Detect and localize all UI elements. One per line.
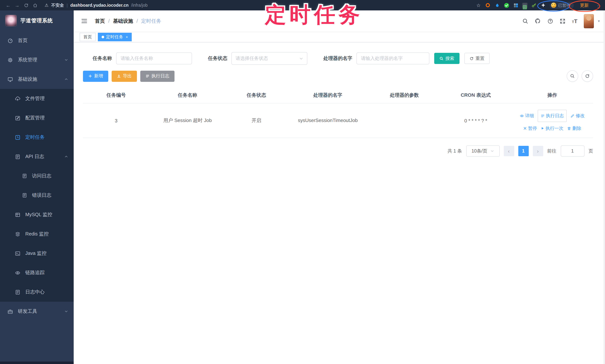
cell-handler-name: sysUserSessionTimeoutJob bbox=[287, 103, 369, 138]
extension-grid-icon[interactable] bbox=[513, 2, 519, 8]
handler-name-label: 处理器的名字 bbox=[323, 55, 352, 62]
job-status-select[interactable]: 请选择任务状态 bbox=[231, 52, 307, 65]
sidebar-item-file-manage[interactable]: 文件管理 bbox=[0, 89, 74, 108]
extension-key-icon[interactable] bbox=[531, 2, 537, 8]
search-button[interactable]: 搜索 bbox=[434, 53, 460, 64]
action-detail[interactable]: 详细 bbox=[520, 113, 534, 119]
prev-page-button[interactable]: ‹ bbox=[504, 146, 514, 156]
close-icon[interactable]: × bbox=[126, 35, 128, 39]
sidebar-item-dev-tools[interactable]: 研发工具 bbox=[0, 302, 74, 321]
sidebar-item-api-log[interactable]: API 日志 bbox=[0, 147, 74, 166]
action-exec-log[interactable]: 执行日志 bbox=[538, 110, 567, 122]
breadcrumb-separator: / bbox=[108, 18, 110, 24]
breadcrumb-separator: / bbox=[137, 18, 138, 24]
timer-icon bbox=[15, 134, 20, 140]
browser-menu-icon[interactable]: ⋮ bbox=[595, 2, 601, 8]
chevron-down-icon bbox=[64, 58, 68, 62]
sidebar-item-error-log[interactable]: 错误日志 bbox=[0, 186, 74, 205]
sidebar-item-tracing[interactable]: 链路追踪 bbox=[0, 263, 74, 282]
action-pause[interactable]: 暂停 bbox=[523, 125, 537, 131]
browser-update-button[interactable]: 更新 bbox=[577, 2, 592, 9]
search-icon[interactable] bbox=[523, 18, 528, 24]
github-icon[interactable] bbox=[535, 18, 541, 24]
extension-on-badge-icon[interactable]: on bbox=[522, 2, 528, 8]
breadcrumb-current: 定时任务 bbox=[141, 18, 161, 24]
refresh-button[interactable] bbox=[581, 70, 593, 82]
cloud-upload-icon bbox=[15, 96, 20, 101]
page-size-select[interactable]: 10条/页 bbox=[466, 145, 500, 156]
scrollbar[interactable] bbox=[604, 10, 605, 364]
next-page-button[interactable]: › bbox=[533, 146, 543, 156]
browser-forward-icon[interactable]: → bbox=[13, 2, 22, 8]
browser-home-icon[interactable] bbox=[30, 3, 39, 8]
cell-handler-param bbox=[368, 103, 440, 138]
extension-paused-pill[interactable]: 已暂停 bbox=[550, 2, 574, 9]
add-button[interactable]: 新增 bbox=[83, 70, 108, 82]
extension-blue-drop-icon[interactable] bbox=[494, 2, 500, 8]
pagination: 共 1 条 10条/页 ‹ 1 › 前往 页 bbox=[83, 145, 593, 156]
handler-name-input[interactable] bbox=[356, 52, 429, 64]
chevron-down-icon bbox=[490, 149, 494, 153]
insecure-warning-icon: ⚠ bbox=[45, 3, 49, 8]
tab-scheduled-jobs[interactable]: 定时任务 × bbox=[98, 33, 132, 41]
app-window: ← → ⚠ 不安全 | dashboard.yudao.iocoder.cn /… bbox=[0, 0, 605, 364]
extension-orange-icon[interactable] bbox=[485, 2, 491, 8]
goto-unit-label: 页 bbox=[589, 148, 593, 154]
sidebar-item-access-log[interactable]: 访问日志 bbox=[0, 166, 74, 186]
table-header-row: 任务编号 任务名称 任务状态 处理器的名字 处理器的参数 CRON 表达式 操作 bbox=[83, 87, 593, 103]
bookmark-star-icon[interactable]: ☆ bbox=[475, 2, 481, 8]
action-run-once[interactable]: 执行一次 bbox=[541, 125, 564, 131]
current-page-button[interactable]: 1 bbox=[518, 146, 528, 156]
sidebar-item-system[interactable]: 系统管理 bbox=[0, 50, 74, 70]
reset-button[interactable]: 重置 bbox=[464, 53, 490, 64]
active-dot-icon bbox=[102, 36, 104, 38]
font-size-icon[interactable]: TT bbox=[572, 18, 578, 24]
url-host: dashboard.yudao.iocoder.cn bbox=[70, 3, 129, 7]
goto-label: 前往 bbox=[547, 148, 556, 154]
extension-puzzle-icon[interactable] bbox=[540, 2, 546, 8]
monitor-icon bbox=[7, 77, 13, 82]
sidebar-item-mysql-monitor[interactable]: MySQL 监控 bbox=[0, 205, 74, 224]
page-content: 任务名称 任务状态 请选择任务状态 处理器的名字 搜索 重置 bbox=[74, 42, 605, 156]
cell-job-name: 用户 Session 超时 Job bbox=[149, 103, 226, 138]
dashboard-icon bbox=[7, 38, 13, 43]
goto-page-input[interactable] bbox=[561, 145, 584, 156]
user-avatar[interactable] bbox=[584, 14, 594, 28]
address-bar[interactable]: ⚠ 不安全 | dashboard.yudao.iocoder.cn /infr… bbox=[45, 2, 147, 8]
total-count: 共 1 条 bbox=[447, 148, 462, 154]
breadcrumb-home[interactable]: 首页 bbox=[95, 18, 105, 24]
col-job-id: 任务编号 bbox=[83, 87, 149, 103]
sidebar-item-scheduled-jobs[interactable]: 定时任务 bbox=[0, 128, 74, 147]
table-toolbar: 新增 导出 执行日志 bbox=[83, 70, 593, 82]
browser-reload-icon[interactable] bbox=[22, 3, 30, 8]
chevron-up-icon bbox=[64, 77, 68, 81]
breadcrumb-infra[interactable]: 基础设施 bbox=[113, 18, 133, 24]
tab-home[interactable]: 首页 bbox=[80, 33, 96, 41]
app-logo-row[interactable]: 芋道管理系统 bbox=[0, 10, 74, 31]
sidebar-item-home[interactable]: 首页 bbox=[0, 31, 74, 50]
sidebar-item-redis-monitor[interactable]: Redis 监控 bbox=[0, 224, 74, 244]
browser-back-icon[interactable]: ← bbox=[4, 2, 13, 8]
job-name-input[interactable] bbox=[116, 52, 192, 64]
sidebar-bottom-strip bbox=[0, 362, 74, 364]
toggle-search-button[interactable] bbox=[567, 70, 578, 82]
user-caret-down-icon[interactable]: ▾ bbox=[598, 19, 600, 23]
fullscreen-icon[interactable] bbox=[560, 18, 566, 24]
exec-log-button[interactable]: 执行日志 bbox=[140, 70, 174, 82]
breadcrumb: 首页 / 基础设施 / 定时任务 bbox=[95, 18, 161, 24]
action-edit[interactable]: 修改 bbox=[571, 113, 585, 119]
col-job-name: 任务名称 bbox=[149, 87, 226, 103]
help-icon[interactable] bbox=[548, 18, 553, 24]
export-button[interactable]: 导出 bbox=[112, 70, 137, 82]
sidebar-item-config-manage[interactable]: 配置管理 bbox=[0, 108, 74, 128]
log-document-icon bbox=[22, 173, 27, 179]
extension-green-check-icon[interactable] bbox=[503, 2, 509, 8]
sidebar-item-infra[interactable]: 基础设施 bbox=[0, 70, 74, 89]
hamburger-icon[interactable] bbox=[80, 17, 89, 25]
sidebar-item-java-monitor[interactable]: Java 监控 bbox=[0, 244, 74, 263]
action-delete[interactable]: 删除 bbox=[567, 125, 581, 131]
browser-toolbar: ← → ⚠ 不安全 | dashboard.yudao.iocoder.cn /… bbox=[0, 0, 605, 10]
cell-actions: 详细 执行日志 修改 bbox=[512, 103, 593, 138]
cell-cron: 0 * * * * ? * bbox=[440, 103, 512, 138]
sidebar-item-log-center[interactable]: 日志中心 bbox=[0, 282, 74, 302]
